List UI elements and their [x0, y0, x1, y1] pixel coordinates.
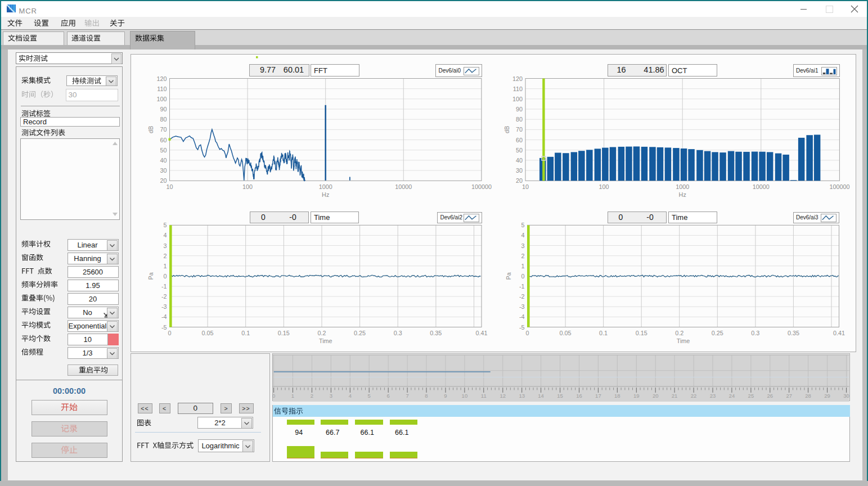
svg-text:4: 4: [349, 393, 352, 399]
svg-text:70: 70: [516, 126, 523, 133]
svg-text:0.1: 0.1: [241, 330, 250, 336]
svg-text:18: 18: [614, 393, 620, 399]
svg-text:25: 25: [748, 393, 754, 399]
svg-text:11: 11: [481, 393, 487, 399]
svg-text:-2: -2: [161, 293, 167, 300]
svg-text:2: 2: [311, 393, 313, 399]
svg-text:17: 17: [595, 393, 601, 399]
svg-text:60: 60: [516, 137, 523, 143]
svg-text:dB: dB: [148, 126, 155, 133]
svg-text:Time: Time: [677, 338, 690, 344]
svg-text:0.35: 0.35: [430, 330, 442, 336]
svg-text:120: 120: [512, 75, 523, 82]
svg-text:0.25: 0.25: [712, 330, 723, 336]
svg-text:4: 4: [163, 232, 167, 238]
svg-text:10: 10: [166, 183, 173, 190]
svg-text:100: 100: [156, 96, 167, 102]
svg-text:90: 90: [516, 106, 523, 112]
svg-text:1: 1: [521, 263, 524, 269]
svg-text:0.41: 0.41: [833, 330, 845, 336]
svg-text:110: 110: [157, 86, 167, 92]
svg-text:0.2: 0.2: [317, 330, 326, 336]
svg-text:28: 28: [805, 393, 811, 399]
svg-text:100: 100: [599, 183, 609, 190]
svg-text:5: 5: [368, 393, 371, 399]
svg-text:22: 22: [691, 393, 697, 399]
svg-text:0.25: 0.25: [354, 330, 366, 336]
svg-text:26: 26: [767, 393, 773, 399]
svg-text:100: 100: [242, 183, 253, 190]
svg-text:23: 23: [710, 393, 716, 399]
svg-text:80: 80: [160, 116, 167, 123]
svg-text:40: 40: [516, 157, 523, 164]
svg-text:0.15: 0.15: [278, 330, 290, 336]
svg-text:0.41: 0.41: [475, 330, 487, 336]
svg-text:5: 5: [163, 222, 167, 228]
svg-text:27: 27: [786, 393, 792, 399]
svg-text:90: 90: [160, 106, 167, 112]
svg-text:1: 1: [163, 263, 167, 269]
svg-text:0.15: 0.15: [636, 330, 647, 336]
svg-text:9: 9: [444, 393, 447, 399]
svg-text:0: 0: [525, 330, 529, 336]
svg-text:-1: -1: [519, 283, 525, 290]
svg-text:Pa: Pa: [506, 272, 512, 280]
svg-text:10000: 10000: [753, 183, 770, 190]
svg-text:4: 4: [521, 232, 524, 238]
svg-text:-4: -4: [519, 313, 525, 320]
svg-text:7: 7: [406, 393, 408, 399]
svg-text:30: 30: [843, 393, 849, 399]
svg-text:0.05: 0.05: [560, 330, 572, 336]
svg-text:21: 21: [672, 393, 678, 399]
svg-text:14: 14: [538, 393, 544, 399]
svg-text:100: 100: [512, 96, 523, 102]
svg-text:19: 19: [633, 393, 640, 399]
svg-text:0: 0: [168, 330, 171, 336]
svg-text:-3: -3: [519, 303, 525, 310]
svg-text:-5: -5: [161, 324, 167, 331]
svg-text:Pa: Pa: [148, 272, 155, 280]
svg-text:80: 80: [516, 116, 523, 123]
svg-text:120: 120: [156, 75, 167, 82]
svg-text:16: 16: [576, 393, 582, 399]
svg-text:-4: -4: [161, 313, 167, 320]
svg-text:70: 70: [160, 126, 167, 133]
svg-text:30: 30: [160, 167, 167, 174]
svg-text:20: 20: [653, 393, 659, 399]
svg-text:0.3: 0.3: [394, 330, 402, 336]
svg-text:5: 5: [521, 222, 524, 228]
svg-text:-5: -5: [519, 324, 525, 331]
svg-text:-2: -2: [519, 293, 525, 300]
svg-text:3: 3: [330, 393, 332, 399]
svg-text:2: 2: [163, 253, 167, 259]
svg-text:Hz: Hz: [322, 191, 329, 198]
svg-text:0.1: 0.1: [599, 330, 608, 336]
svg-text:1000: 1000: [319, 183, 332, 190]
svg-text:0: 0: [521, 273, 524, 280]
svg-text:29: 29: [824, 393, 830, 399]
svg-text:1000: 1000: [676, 183, 689, 190]
svg-text:dB: dB: [503, 126, 510, 133]
svg-text:0.05: 0.05: [202, 330, 214, 336]
svg-text:10: 10: [462, 393, 468, 399]
svg-text:8: 8: [425, 393, 428, 399]
svg-text:0: 0: [272, 393, 275, 399]
svg-text:0.3: 0.3: [751, 330, 759, 336]
svg-text:24: 24: [729, 393, 735, 399]
svg-text:Hz: Hz: [679, 191, 686, 198]
svg-text:3: 3: [521, 242, 524, 249]
svg-text:2: 2: [521, 253, 524, 259]
svg-text:100000: 100000: [829, 183, 849, 190]
svg-text:0.2: 0.2: [675, 330, 683, 336]
svg-text:50: 50: [160, 147, 167, 154]
svg-text:100000: 100000: [471, 183, 492, 190]
svg-text:110: 110: [513, 86, 523, 92]
svg-text:15: 15: [557, 393, 563, 399]
svg-text:10: 10: [522, 183, 529, 190]
svg-text:30: 30: [516, 167, 523, 174]
svg-text:-3: -3: [161, 303, 167, 310]
svg-text:12: 12: [500, 393, 506, 399]
svg-text:0: 0: [163, 273, 167, 280]
svg-text:3: 3: [163, 242, 167, 249]
svg-text:1: 1: [291, 393, 294, 399]
